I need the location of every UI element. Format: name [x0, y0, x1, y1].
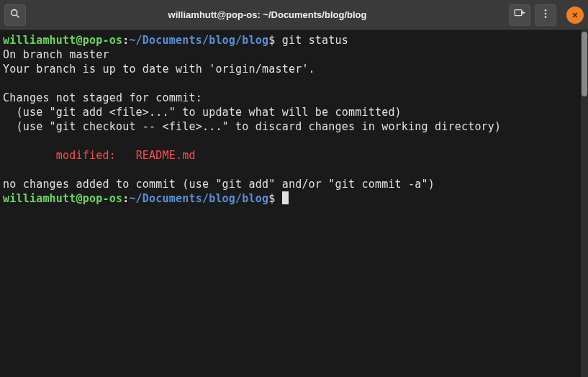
terminal-plus-icon — [514, 8, 525, 22]
prompt-user-host: williamhutt@pop-os — [3, 192, 122, 205]
prompt-path: ~/Documents/blog/blog — [129, 34, 268, 47]
command-text: git status — [282, 34, 348, 47]
output-line: On branch master — [3, 48, 109, 61]
close-icon — [571, 8, 579, 22]
prompt-dollar: $ — [268, 192, 281, 205]
svg-line-1 — [17, 15, 19, 17]
svg-rect-2 — [515, 9, 521, 15]
modified-file-line: modified: README.md — [56, 149, 196, 162]
vertical-scrollbar[interactable] — [581, 30, 588, 377]
terminal-cursor — [282, 191, 289, 204]
output-line: Changes not staged for commit: — [3, 91, 202, 104]
search-button[interactable] — [4, 4, 26, 26]
prompt-path: ~/Documents/blog/blog — [129, 192, 268, 205]
window-titlebar: williamhutt@pop-os: ~/Documents/blog/blo… — [0, 0, 588, 30]
output-line: (use "git add <file>..." to update what … — [3, 106, 402, 119]
output-line-prefix — [3, 149, 56, 162]
new-tab-button[interactable] — [509, 4, 530, 26]
close-button[interactable] — [566, 6, 584, 24]
titlebar-right-group — [509, 4, 584, 26]
svg-point-6 — [545, 12, 547, 14]
menu-button[interactable] — [535, 4, 556, 26]
terminal-output[interactable]: williamhutt@pop-os:~/Documents/blog/blog… — [0, 30, 581, 377]
output-line: (use "git checkout -- <file>..." to disc… — [3, 120, 501, 133]
search-icon — [9, 8, 21, 22]
prompt-user-host: williamhutt@pop-os — [3, 34, 122, 47]
prompt-separator: : — [122, 34, 129, 47]
svg-point-0 — [12, 9, 17, 15]
kebab-menu-icon — [540, 8, 551, 22]
scrollbar-thumb[interactable] — [582, 32, 587, 96]
prompt-dollar: $ — [268, 34, 281, 47]
svg-point-7 — [545, 16, 547, 18]
output-line: Your branch is up to date with 'origin/m… — [3, 63, 315, 76]
output-line: no changes added to commit (use "git add… — [3, 178, 435, 191]
prompt-separator: : — [122, 192, 129, 205]
window-title: williamhutt@pop-os: ~/Documents/blog/blo… — [32, 9, 503, 20]
terminal-container: williamhutt@pop-os:~/Documents/blog/blog… — [0, 30, 588, 377]
svg-point-5 — [545, 9, 547, 12]
